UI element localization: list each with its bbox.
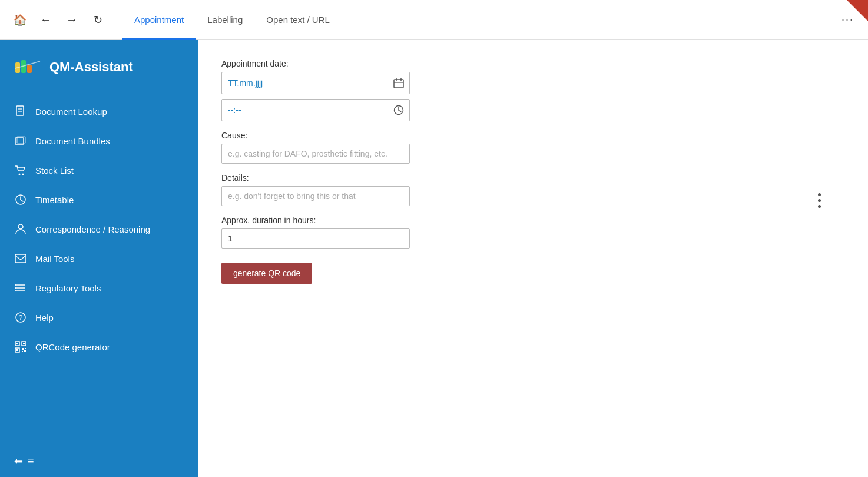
more-menu-button[interactable]: ··· [837,9,859,31]
svg-rect-33 [24,350,26,352]
back-button[interactable]: ← [35,9,57,31]
svg-point-9 [19,174,21,175]
sidebar-nav: Document Lookup Document Bundles [0,92,198,445]
document-icon [14,105,27,118]
svg-line-13 [21,200,23,201]
cart-icon [14,164,27,177]
tabs: Appointment Labelling Open text / URL [122,0,342,39]
collapse-lines-icon: ≡ [28,455,34,468]
date-input[interactable] [222,74,388,92]
sidebar-item-stock-list[interactable]: Stock List [0,155,198,185]
sidebar-item-regulatory-tools[interactable]: Regulatory Tools [0,273,198,303]
appointment-date-label: Appointment date: [221,59,844,68]
svg-rect-4 [16,106,24,115]
svg-point-10 [22,174,24,175]
nav-icons: 🏠 ← → ↻ [9,9,108,31]
mail-icon [14,252,27,265]
svg-rect-27 [23,343,25,344]
cause-label: Cause: [221,131,844,140]
svg-rect-32 [22,351,23,352]
sidebar: QM-Assistant Document Lookup [0,40,198,477]
sidebar-item-help[interactable]: ? Help [0,303,198,332]
calendar-icon[interactable] [388,72,409,94]
sidebar-item-qrcode[interactable]: QRCode generator [0,332,198,362]
date-input-row[interactable] [221,72,410,94]
dot-2 [818,199,821,202]
refresh-icon: ↻ [94,14,102,26]
forward-button[interactable]: → [61,9,82,31]
tab-appointment[interactable]: Appointment [122,1,196,40]
help-icon: ? [14,311,27,324]
bundle-icon [14,134,27,147]
person-icon [14,223,27,236]
svg-text:?: ? [19,314,22,321]
generate-qr-button[interactable]: generate QR code [221,263,312,284]
tab-labelling[interactable]: Labelling [196,1,254,40]
sidebar-logo [14,57,42,78]
dot-1 [818,193,821,196]
svg-rect-15 [15,254,26,263]
home-button[interactable]: 🏠 [9,9,31,31]
sidebar-header: QM-Assistant [0,40,198,92]
clock-input-icon[interactable] [388,100,409,121]
svg-line-40 [399,110,401,112]
sidebar-item-document-lookup[interactable]: Document Lookup [0,97,198,126]
svg-rect-31 [25,348,26,349]
svg-rect-29 [16,349,18,351]
top-bar: 🏠 ← → ↻ Appointment Labelling Open text … [0,0,868,40]
sidebar-item-document-bundles[interactable]: Document Bundles [0,126,198,155]
content-more-button[interactable] [818,193,821,208]
cause-input[interactable] [221,144,410,164]
time-input-row[interactable] [221,99,410,121]
qr-icon [14,340,27,353]
sidebar-item-mail-tools[interactable]: Mail Tools [0,244,198,273]
sidebar-collapse-button[interactable]: ⬅ ≡ [0,445,198,477]
home-icon: 🏠 [14,14,26,26]
svg-point-19 [15,284,16,286]
collapse-icon: ⬅ [14,455,23,468]
clock-icon [14,193,27,206]
svg-point-20 [15,287,16,289]
main-layout: QM-Assistant Document Lookup [0,40,868,477]
svg-rect-25 [16,343,18,344]
dot-3 [818,205,821,208]
refresh-button[interactable]: ↻ [87,9,108,31]
svg-rect-30 [22,348,24,350]
top-bar-right: ··· [837,9,859,31]
svg-rect-2 [27,65,32,73]
forward-icon: → [66,13,78,26]
time-input[interactable] [222,101,388,120]
svg-point-14 [18,224,23,229]
content-area: Appointment date: [198,40,868,477]
sidebar-item-timetable[interactable]: Timetable [0,185,198,214]
list-icon [14,281,27,294]
details-label: Details: [221,173,844,183]
svg-rect-34 [394,80,403,88]
tab-open-text[interactable]: Open text / URL [254,1,342,40]
svg-point-21 [15,290,16,292]
sidebar-title: QM-Assistant [49,59,133,75]
details-input[interactable] [221,186,410,206]
duration-input[interactable] [221,228,410,249]
sidebar-item-correspondence[interactable]: Correspondence / Reasoning [0,214,198,244]
duration-label: Approx. duration in hours: [221,216,844,225]
back-icon: ← [40,13,52,26]
